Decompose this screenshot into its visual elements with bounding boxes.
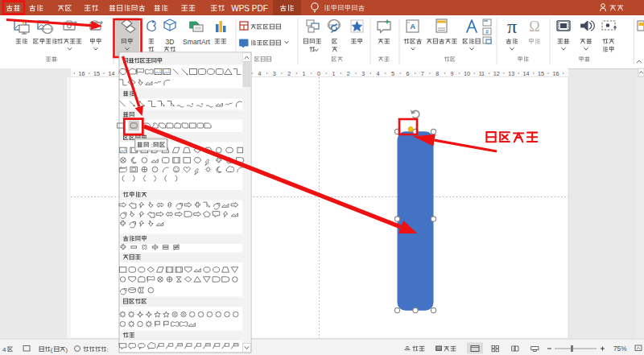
svg-text:1: 1 (332, 70, 335, 77)
svg-text:75%: 75% (613, 345, 627, 353)
svg-text:10: 10 (464, 70, 470, 77)
svg-text:7: 7 (421, 70, 424, 77)
svg-text:4: 4 (2, 346, 6, 353)
svg-text:π: π (507, 16, 517, 37)
svg-text:5: 5 (391, 70, 394, 77)
svg-text:3: 3 (273, 70, 276, 77)
svg-text:2: 2 (287, 70, 291, 77)
svg-text:0: 0 (317, 70, 320, 77)
svg-text:8: 8 (436, 70, 439, 77)
svg-text:16: 16 (552, 70, 559, 77)
svg-text:16: 16 (79, 70, 85, 77)
svg-text:SmartArt: SmartArt (183, 38, 211, 46)
svg-text:4: 4 (258, 70, 261, 77)
svg-text:6: 6 (406, 70, 409, 77)
svg-text:14: 14 (108, 70, 114, 77)
svg-text:11: 11 (479, 70, 485, 77)
svg-text:3D: 3D (166, 38, 175, 46)
svg-text:3: 3 (361, 70, 365, 77)
svg-text:12: 12 (493, 70, 500, 77)
svg-text:14: 14 (523, 70, 530, 77)
svg-text:1: 1 (303, 70, 306, 77)
svg-text:4: 4 (377, 70, 380, 77)
svg-text:9: 9 (451, 70, 454, 77)
svg-text:#: # (485, 29, 489, 35)
svg-text:A: A (411, 23, 416, 31)
svg-text:15: 15 (538, 70, 544, 77)
svg-text:WPS PDF: WPS PDF (231, 4, 268, 13)
svg-text:Ω: Ω (529, 19, 539, 35)
svg-text::: : (106, 346, 108, 353)
svg-text:13: 13 (508, 70, 514, 77)
svg-text:2: 2 (347, 70, 350, 77)
svg-text:15: 15 (93, 70, 100, 77)
svg-text::: : (151, 142, 153, 149)
